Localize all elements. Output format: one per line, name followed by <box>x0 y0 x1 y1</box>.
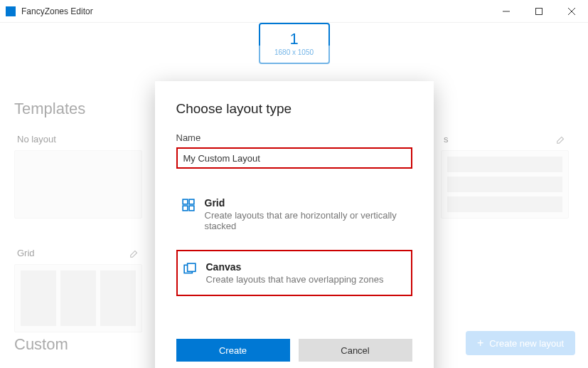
svg-rect-4 <box>183 199 188 204</box>
cancel-button[interactable]: Cancel <box>299 339 412 362</box>
monitor-number: 1 <box>289 31 298 47</box>
create-button[interactable]: Create <box>176 339 290 362</box>
app-icon <box>6 6 16 16</box>
window-title: FancyZones Editor <box>21 6 490 16</box>
svg-rect-1 <box>536 8 542 14</box>
layout-option-canvas[interactable]: Canvas Create layouts that have overlapp… <box>176 250 412 296</box>
close-button[interactable] <box>555 0 588 22</box>
option-desc: Create layouts that have overlapping zon… <box>206 274 384 285</box>
title-bar: FancyZones Editor <box>0 0 588 23</box>
layout-option-grid[interactable]: Grid Create layouts that are horizontall… <box>176 187 412 241</box>
svg-rect-9 <box>187 263 195 271</box>
grid-icon <box>182 199 195 211</box>
option-title: Canvas <box>206 261 384 273</box>
option-title: Grid <box>205 197 407 209</box>
svg-rect-6 <box>183 206 188 211</box>
name-label: Name <box>176 132 412 143</box>
canvas-icon <box>183 263 196 275</box>
dialog-title: Choose layout type <box>176 101 412 117</box>
dialog-buttons: Create Cancel <box>176 339 412 362</box>
maximize-button[interactable] <box>523 0 555 22</box>
main-content: 1 1680 x 1050 Templates No layout F s Gr… <box>0 23 588 368</box>
choose-layout-dialog: Choose layout type Name Grid Create layo… <box>155 81 434 368</box>
window-controls <box>490 0 588 22</box>
option-desc: Create layouts that are horizontally or … <box>205 210 407 231</box>
minimize-button[interactable] <box>490 0 523 22</box>
svg-rect-7 <box>189 206 194 211</box>
svg-rect-5 <box>189 199 194 204</box>
layout-name-input[interactable] <box>176 147 412 169</box>
